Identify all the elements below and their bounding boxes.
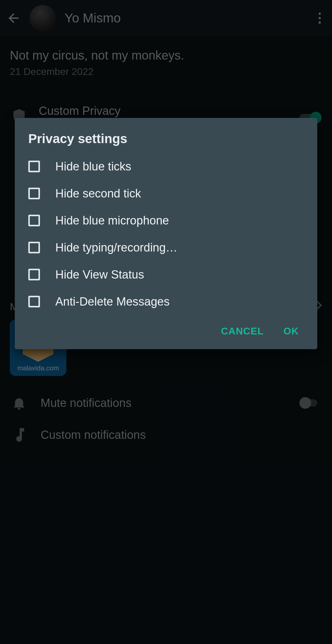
- option-label: Hide blue ticks: [55, 160, 131, 173]
- option-label: Hide View Status: [55, 268, 144, 281]
- option-label: Anti-Delete Messages: [55, 295, 170, 308]
- mute-label: Mute notifications: [41, 396, 287, 410]
- status-block: Not my circus, not my monkeys. 21 Decemb…: [0, 36, 332, 87]
- option-anti-delete-messages[interactable]: Anti-Delete Messages: [15, 288, 317, 315]
- mute-notifications-row[interactable]: Mute notifications: [0, 387, 332, 419]
- thumbnail-host: malavida.com: [17, 364, 59, 372]
- checkbox[interactable]: [28, 215, 40, 226]
- contact-name: Yo Mismo: [65, 11, 305, 25]
- dialog-options: Hide blue ticks Hide second tick Hide bl…: [15, 150, 317, 318]
- option-label: Hide second tick: [55, 187, 141, 200]
- option-hide-blue-microphone[interactable]: Hide blue microphone: [15, 207, 317, 234]
- svg-point-0: [318, 13, 321, 15]
- privacy-settings-dialog: Privacy settings Hide blue ticks Hide se…: [15, 118, 317, 349]
- checkbox[interactable]: [28, 296, 40, 307]
- top-bar: Yo Mismo: [0, 0, 332, 36]
- option-hide-view-status[interactable]: Hide View Status: [15, 261, 317, 288]
- checkbox[interactable]: [28, 242, 40, 253]
- cancel-button[interactable]: CANCEL: [221, 326, 264, 337]
- ok-button[interactable]: OK: [283, 326, 299, 337]
- note-icon: [10, 428, 28, 442]
- option-label: Hide blue microphone: [55, 214, 169, 227]
- status-date: 21 December 2022: [10, 66, 322, 77]
- status-text: Not my circus, not my monkeys.: [10, 49, 322, 62]
- avatar[interactable]: [30, 5, 56, 31]
- option-hide-blue-ticks[interactable]: Hide blue ticks: [15, 153, 317, 180]
- custom-notifications-row[interactable]: Custom notifications: [0, 419, 332, 451]
- svg-point-2: [318, 21, 321, 24]
- dialog-title: Privacy settings: [15, 118, 317, 150]
- mute-toggle[interactable]: [299, 397, 322, 409]
- checkbox[interactable]: [28, 269, 40, 280]
- bell-icon: [10, 396, 28, 410]
- option-hide-typing-recording[interactable]: Hide typing/recording…: [15, 234, 317, 261]
- custom-privacy-title: Custom Privacy: [39, 104, 289, 118]
- custom-notif-label: Custom notifications: [41, 428, 322, 442]
- option-label: Hide typing/recording…: [55, 241, 177, 254]
- more-menu-icon[interactable]: [314, 12, 326, 24]
- option-hide-second-tick[interactable]: Hide second tick: [15, 180, 317, 207]
- checkbox[interactable]: [28, 161, 40, 172]
- back-arrow-icon[interactable]: [6, 11, 21, 25]
- svg-point-1: [318, 17, 321, 19]
- checkbox[interactable]: [28, 188, 40, 199]
